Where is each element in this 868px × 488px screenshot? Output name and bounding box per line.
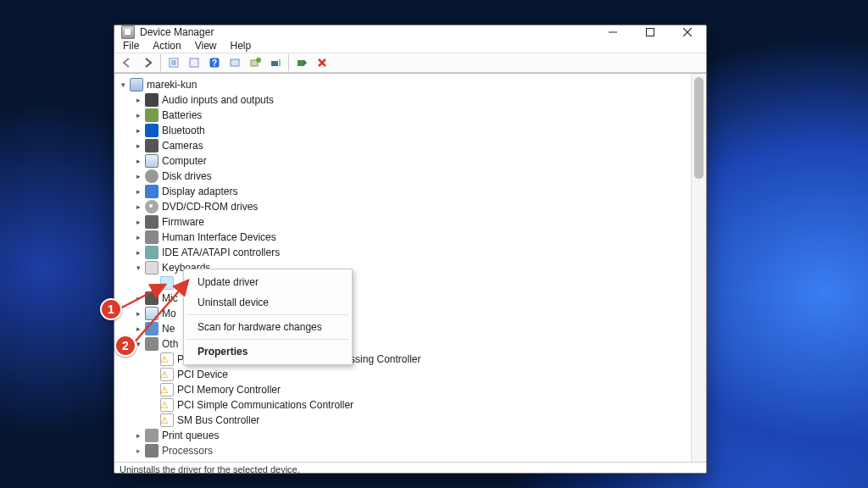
warning-icon [160,383,174,396]
context-menu: Update driver Uninstall device Scan for … [183,269,353,365]
menu-update-driver[interactable]: Update driver [186,272,350,292]
tree-item-label: Disk drives [162,169,212,184]
warning-icon [160,413,174,427]
window-title: Device Manager [140,26,594,38]
other-devices-icon [145,337,159,351]
statusbar-text: Uninstalls the driver for the selected d… [120,464,300,474]
device-tree[interactable]: ▾mareki-kun ▸Audio inputs and outputs ▸B… [114,74,691,462]
svg-rect-13 [279,59,281,66]
tree-item[interactable]: ▸Audio inputs and outputs [118,92,689,108]
tree-child[interactable]: ▸PCI Simple Communications Controller [118,397,689,413]
svg-rect-1 [647,29,654,36]
close-button[interactable] [669,25,706,39]
svg-rect-6 [190,58,198,67]
tree-item-label: SM Bus Controller [177,413,259,428]
bluetooth-icon [145,124,159,137]
tree-item-label: Cameras [162,138,203,153]
dvd-icon [145,200,159,214]
tree-item-label: Human Interface Devices [162,230,276,245]
menu-action[interactable]: Action [146,39,187,53]
maximize-button[interactable] [632,25,669,39]
forward-button[interactable] [138,53,157,72]
update-driver-button[interactable] [246,53,264,72]
tree-item[interactable]: ▸DVD/CD-ROM drives [118,199,689,214]
tree-child[interactable]: ▸PCI Memory Controller [118,382,689,397]
svg-text:?: ? [212,58,217,68]
tree-item[interactable]: ▸Human Interface Devices [118,230,689,245]
tree-item-label: PCI Device [177,367,228,382]
tree-item[interactable]: ▸Firmware [118,214,689,230]
app-icon [121,25,135,39]
show-hidden-button[interactable] [164,53,183,72]
computer-category-icon [145,154,159,168]
properties-toolbar-button[interactable] [185,53,203,72]
tree-item-label: PCI Simple Communications Controller [177,397,353,413]
processor-icon [145,444,159,458]
toolbar-separator [160,54,161,71]
tree-item-label: Batteries [162,108,202,123]
tree-item-label: DVD/CD-ROM drives [162,199,258,214]
menu-view[interactable]: View [188,39,224,53]
titlebar[interactable]: Device Manager [114,25,706,39]
content-area: ▾mareki-kun ▸Audio inputs and outputs ▸B… [114,73,706,462]
menu-uninstall-device[interactable]: Uninstall device [186,292,350,313]
tree-item[interactable]: ▸Display adapters [118,184,689,199]
svg-rect-9 [231,59,239,66]
tree-item[interactable]: ▸Bluetooth [118,123,689,138]
tree-item[interactable]: ▸Print queues [118,428,689,443]
tree-item[interactable]: ▸Batteries [118,108,689,123]
tree-item[interactable]: ▸Cameras [118,138,689,153]
disk-icon [145,169,159,183]
keyboard-icon [145,261,159,274]
menu-properties[interactable]: Properties [186,341,350,362]
uninstall-toolbar-button[interactable] [266,53,285,72]
tree-root[interactable]: ▾mareki-kun [118,77,689,92]
back-button[interactable] [118,53,136,72]
menu-separator [186,339,349,340]
tree-item-label: Computer [162,153,207,169]
camera-icon [145,139,159,152]
ide-icon [145,246,159,259]
statusbar: Uninstalls the driver for the selected d… [114,462,706,476]
tree-item-label: Mo [162,306,176,321]
tree-child[interactable]: ▸SM Bus Controller [118,413,689,428]
svg-point-11 [256,58,261,63]
warning-icon [160,352,174,366]
display-icon [145,185,159,198]
annotation-badge-2: 2 [114,335,136,357]
vertical-scrollbar[interactable] [691,74,706,462]
warning-icon [160,368,174,381]
monitor-icon [145,307,159,320]
warning-icon [160,398,174,412]
hid-icon [145,230,159,244]
tree-item-label: Oth [162,336,178,352]
mice-icon [145,291,159,305]
toolbar: ? [114,53,706,73]
audio-icon [145,93,159,107]
scrollbar-thumb[interactable] [694,77,704,179]
menu-scan-hardware[interactable]: Scan for hardware changes [186,317,350,337]
svg-rect-5 [171,60,176,65]
minimize-button[interactable] [594,25,632,39]
tree-item-label: Print queues [162,428,219,443]
tree-child[interactable]: ▸PCI Device [118,367,689,382]
tree-item[interactable]: ▸Processors [118,443,689,458]
firmware-icon [145,215,159,229]
tree-item[interactable]: ▸IDE ATA/ATAPI controllers [118,245,689,260]
menubar: File Action View Help [114,39,706,53]
tree-item[interactable]: ▸Computer [118,153,689,169]
menu-file[interactable]: File [116,39,146,53]
help-toolbar-button[interactable]: ? [205,53,224,72]
scan-button[interactable] [225,53,244,72]
computer-icon [130,78,143,92]
tree-item-label: PCI Memory Controller [177,382,281,397]
network-icon [145,322,159,336]
menu-help[interactable]: Help [224,39,259,53]
tree-item[interactable]: ▸Disk drives [118,169,689,184]
enable-toolbar-button[interactable] [292,53,311,72]
menu-separator [186,314,349,315]
tree-item-label: Ne [162,321,175,336]
disable-toolbar-button[interactable] [313,53,331,72]
battery-icon [145,108,159,122]
keyboard-device-icon [160,276,174,290]
